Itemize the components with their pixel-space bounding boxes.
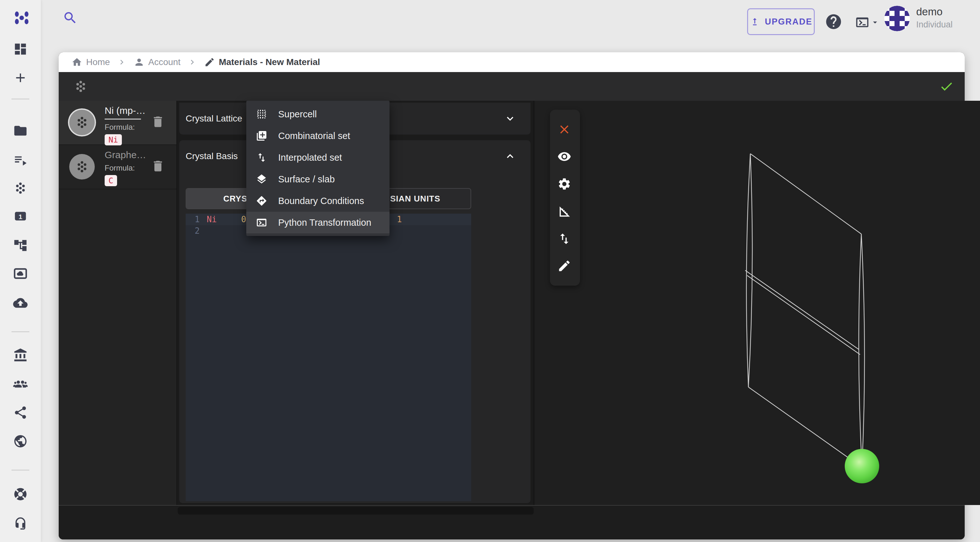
sidebar [0, 0, 41, 542]
main-card: Home Account Materials - New Material Ni… [59, 52, 965, 539]
menu-item-label: Boundary Conditions [278, 196, 364, 206]
formula-label: Formula: [105, 163, 153, 173]
delete-material-button[interactable] [151, 159, 165, 173]
menu-item-label: Surface / slab [278, 174, 335, 185]
viewer-tool-button[interactable] [557, 204, 573, 219]
material-avatar [69, 110, 95, 135]
material-avatar [69, 154, 95, 179]
menu-item-icon [256, 130, 267, 141]
basis-code-editor[interactable]: 1 Ni 0.0 1 2 [186, 214, 471, 501]
designer-menubar [59, 72, 965, 101]
sidebar-item[interactable] [13, 402, 28, 423]
formula-badge: Ni [105, 134, 122, 146]
molecule-icon [75, 159, 89, 174]
help-button[interactable] [825, 13, 843, 31]
material-list-item[interactable]: Ni (mp-… Formula: Ni [59, 101, 177, 145]
user-name: demo [916, 6, 943, 18]
trash-icon [151, 159, 165, 173]
atom-sphere[interactable] [845, 449, 879, 483]
sidebar-item[interactable] [13, 431, 28, 452]
material-title[interactable]: Graphe… [105, 149, 153, 160]
sidebar-item[interactable] [13, 177, 28, 199]
line-number: 1 [190, 214, 200, 225]
tool-icon [557, 204, 571, 219]
help-icon [825, 13, 843, 31]
advanced-dropdown-menu: Supercell Combinatorial set Interpolated… [246, 101, 390, 236]
sidebar-item[interactable] [13, 149, 28, 171]
materials-list-panel: Ni (mp-… Formula: Ni Graphe… Formula: C [59, 101, 177, 505]
app-logo-icon [13, 9, 30, 27]
structure-viewer[interactable]: i [535, 101, 980, 505]
viewer-tool-button[interactable] [557, 258, 573, 274]
menu-item-icon [256, 152, 267, 163]
molecule-icon [75, 115, 89, 130]
user-avatar[interactable] [884, 6, 910, 31]
advanced-menu-item[interactable]: Interpolated set [246, 147, 390, 168]
sidebar-item[interactable] [13, 263, 28, 284]
tool-icon [557, 232, 571, 246]
sidebar-divider [11, 331, 29, 332]
breadcrumb-item[interactable]: Materials - New Material [204, 57, 320, 68]
advanced-menu-item[interactable]: Surface / slab [246, 168, 390, 190]
saved-check-icon[interactable] [939, 79, 954, 94]
advanced-menu-item[interactable]: Python Transformation [246, 212, 390, 233]
material-list-item[interactable]: Graphe… Formula: C [59, 145, 177, 189]
sidebar-item[interactable] [13, 38, 28, 60]
sidebar-item[interactable] [13, 206, 28, 227]
chevron-right-icon [188, 57, 197, 67]
chevron-up-icon[interactable] [504, 150, 517, 163]
breadcrumb-label: Account [148, 57, 181, 67]
menu-item-icon [256, 195, 267, 207]
breadcrumb-item[interactable]: Home [72, 57, 134, 68]
title-underline [105, 119, 141, 120]
tool-icon [557, 149, 571, 163]
sidebar-item[interactable] [13, 373, 28, 395]
sidebar-item[interactable] [13, 512, 28, 533]
console-menu-button[interactable] [855, 15, 880, 30]
sidebar-item[interactable] [13, 120, 28, 141]
horizontal-scrollbar[interactable] [178, 507, 534, 515]
sidebar-item[interactable] [13, 292, 28, 314]
breadcrumb-icon [134, 57, 145, 68]
viewer-tool-button[interactable] [557, 176, 573, 192]
viewer-tool-button[interactable] [557, 149, 573, 164]
menu-item-icon [256, 108, 267, 120]
unit-cell-wireframe [535, 101, 980, 505]
upgrade-label: UPGRADE [765, 17, 812, 27]
search-button[interactable] [62, 10, 78, 25]
sidebar-item[interactable] [13, 483, 28, 505]
breadcrumb-item[interactable]: Account [134, 57, 204, 68]
upgrade-button[interactable]: UPGRADE [747, 8, 815, 35]
breadcrumb-icon [204, 57, 215, 68]
formula-badge: C [105, 175, 117, 186]
user-role: Individual [916, 20, 953, 30]
advanced-menu-item[interactable]: Boundary Conditions [246, 190, 390, 212]
sidebar-item[interactable] [13, 67, 28, 88]
delete-material-button[interactable] [151, 115, 165, 129]
menu-item-label: Interpolated set [278, 152, 342, 163]
viewer-tool-button[interactable] [557, 231, 573, 246]
menu-item-icon [256, 217, 267, 228]
breadcrumb: Home Account Materials - New Material [59, 52, 965, 72]
menu-item-label: Python Transformation [278, 217, 371, 228]
terminal-icon [855, 15, 870, 30]
chevron-down-icon[interactable] [504, 112, 517, 125]
sidebar-item[interactable] [13, 345, 28, 366]
caret-down-icon [870, 17, 880, 27]
advanced-menu-item[interactable]: Supercell [246, 103, 390, 125]
viewer-tool-button[interactable] [557, 122, 573, 137]
advanced-menu-item[interactable]: Combinatorial set [246, 125, 390, 147]
section-title: Crystal Basis [186, 151, 238, 161]
formula-label: Formula: [105, 123, 153, 132]
identicon-avatar-icon [884, 6, 910, 31]
material-info: Ni (mp-… Formula: Ni [105, 105, 153, 146]
search-icon [62, 10, 78, 25]
tool-icon [557, 177, 571, 191]
tool-icon [557, 122, 571, 136]
sidebar-divider [11, 470, 29, 471]
menu-item-label: Supercell [278, 109, 317, 120]
material-title[interactable]: Ni (mp-… [105, 105, 153, 116]
sidebar-item[interactable] [13, 235, 28, 256]
app-root: UPGRADE demo Individual Home Account Mat… [0, 0, 980, 542]
material-info: Graphe… Formula: C [105, 149, 153, 186]
